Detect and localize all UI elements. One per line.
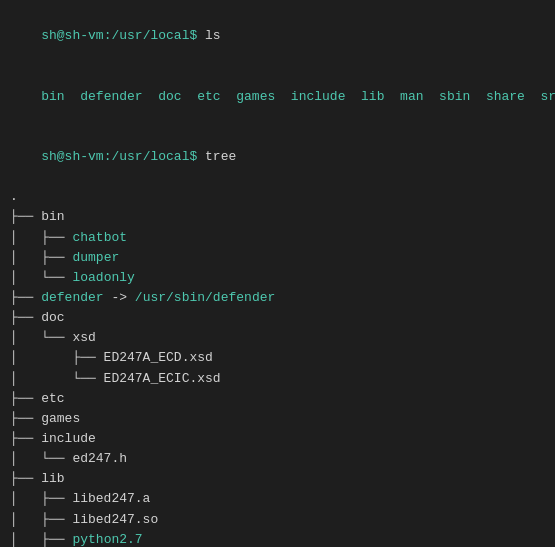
command-line-1: sh@sh-vm:/usr/local$ ls: [10, 6, 545, 66]
tree-name: python2.7: [72, 532, 142, 547]
tree-line: │ └── xsd: [10, 328, 545, 348]
tree-line: .: [10, 187, 545, 207]
tree-text: │ └── ed247.h: [10, 451, 127, 466]
tree-text: │ ├── ED247A_ECD.xsd: [10, 350, 213, 365]
tree-prefix: │ ├──: [10, 532, 72, 547]
prompt-1: sh@sh-vm:/usr/local$: [41, 28, 205, 43]
tree-name: chatbot: [72, 230, 127, 245]
tree-line: │ ├── libed247.so: [10, 510, 545, 530]
tree-line: ├── include: [10, 429, 545, 449]
terminal: sh@sh-vm:/usr/local$ ls bin defender doc…: [10, 6, 545, 547]
tree-output: .├── bin│ ├── chatbot│ ├── dumper│ └── l…: [10, 187, 545, 547]
tree-line: ├── lib: [10, 469, 545, 489]
tree-prefix: ├──: [10, 290, 41, 305]
tree-line: │ ├── libed247.a: [10, 489, 545, 509]
cmd-2: tree: [205, 149, 236, 164]
tree-line: ├── games: [10, 409, 545, 429]
tree-name: dumper: [72, 250, 119, 265]
tree-name: loadonly: [72, 270, 134, 285]
tree-prefix: │ ├──: [10, 250, 72, 265]
tree-line: │ ├── ED247A_ECD.xsd: [10, 348, 545, 368]
tree-arrow: ->: [104, 290, 135, 305]
tree-line: │ ├── chatbot: [10, 228, 545, 248]
tree-line: ├── doc: [10, 308, 545, 328]
tree-text: ├── games: [10, 411, 80, 426]
tree-text: ├── bin: [10, 209, 65, 224]
tree-text: │ └── xsd: [10, 330, 96, 345]
tree-text: │ ├── libed247.a: [10, 491, 150, 506]
tree-text: ├── etc: [10, 391, 65, 406]
tree-text: ├── include: [10, 431, 96, 446]
ls-output: bin defender doc etc games include lib m…: [10, 66, 545, 126]
tree-line: │ ├── python2.7: [10, 530, 545, 547]
tree-prefix: │ ├──: [10, 230, 72, 245]
ls-output-text: bin defender doc etc games include lib m…: [41, 89, 555, 104]
tree-text: ├── doc: [10, 310, 65, 325]
tree-prefix: │ └──: [10, 270, 72, 285]
tree-target: /usr/sbin/defender: [135, 290, 275, 305]
prompt-2: sh@sh-vm:/usr/local$: [41, 149, 205, 164]
tree-line: │ └── ED247A_ECIC.xsd: [10, 369, 545, 389]
tree-line: ├── bin: [10, 207, 545, 227]
tree-line: ├── defender -> /usr/sbin/defender: [10, 288, 545, 308]
tree-text: │ ├── libed247.so: [10, 512, 158, 527]
cmd-1: ls: [205, 28, 221, 43]
tree-text: .: [10, 189, 18, 204]
tree-line: │ ├── dumper: [10, 248, 545, 268]
tree-line: │ └── ed247.h: [10, 449, 545, 469]
tree-name: defender: [41, 290, 103, 305]
tree-text: │ └── ED247A_ECIC.xsd: [10, 371, 221, 386]
tree-text: ├── lib: [10, 471, 65, 486]
command-line-2: sh@sh-vm:/usr/local$ tree: [10, 127, 545, 187]
tree-line: ├── etc: [10, 389, 545, 409]
tree-line: │ └── loadonly: [10, 268, 545, 288]
